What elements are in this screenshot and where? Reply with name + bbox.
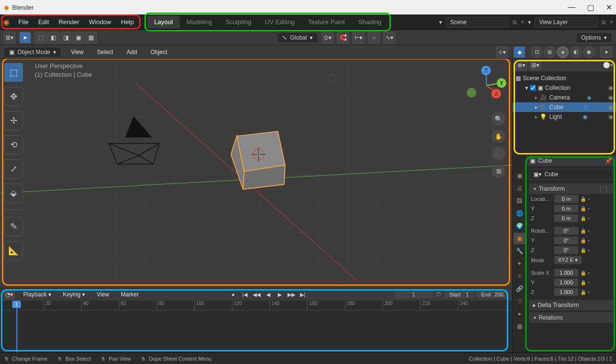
scene-field[interactable]: Scene (446, 17, 509, 28)
gizmo-toggle-icon[interactable]: ⊹▾ (496, 46, 508, 58)
scene-dropdown-icon[interactable]: ▾ (439, 19, 442, 26)
close-icon[interactable]: ✕ (606, 3, 612, 12)
rotation-x-field[interactable]: 0° (554, 227, 578, 235)
tab-object-props[interactable]: ▣ (514, 233, 525, 244)
tab-render-props[interactable]: ▣ (514, 170, 525, 182)
rotation-z-field[interactable]: 0° (554, 246, 578, 254)
ortho-toggle-icon[interactable]: ⊞ (492, 164, 505, 178)
menu-edit[interactable]: Edit (33, 16, 54, 28)
jump-start-icon[interactable]: |◀ (240, 290, 250, 299)
next-key-icon[interactable]: ▶▶ (287, 290, 296, 299)
tab-constraint-props[interactable]: 🔗 (514, 283, 525, 294)
rotation-mode-dropdown[interactable]: XYZ E ▾ (554, 256, 582, 264)
zoom-icon[interactable]: 🔍 (492, 112, 505, 126)
timeline-view[interactable]: View (94, 290, 112, 299)
scale-z-field[interactable]: 1.000 (554, 288, 578, 296)
select-mode-2-icon[interactable]: ◧ (47, 32, 59, 43)
tab-output-props[interactable]: 🖨 (514, 182, 525, 194)
minimize-icon[interactable]: — (568, 3, 575, 12)
select-mode-3-icon[interactable]: ◨ (60, 32, 72, 43)
tab-layout[interactable]: Layout (147, 15, 180, 28)
pan-icon[interactable]: ✋ (492, 129, 505, 143)
viewlayer-field[interactable]: View Layer (535, 17, 598, 28)
solid-icon[interactable]: ● (557, 46, 569, 58)
cursor-tool-icon[interactable]: ➤ (19, 32, 31, 43)
move-tool[interactable]: ✢ (4, 111, 23, 130)
viewport-3d[interactable]: User Perspective (1) Collection | Cube ⬚… (0, 59, 512, 288)
wireframe-icon[interactable]: ◍ (544, 46, 556, 58)
chevron-right-icon[interactable]: ▸ (535, 104, 538, 111)
tree-cube[interactable]: ▸ ▽ Cube ▽ ◉ (513, 102, 616, 112)
lock-icon[interactable]: 🔒 (580, 248, 586, 253)
chevron-right-icon[interactable]: ▸ (535, 113, 538, 120)
tab-sculpting[interactable]: Sculpting (219, 15, 258, 28)
camera-glyph[interactable] (109, 117, 159, 164)
tree-scene-collection[interactable]: ▦ Scene Collection (513, 73, 616, 83)
tab-modifier-props[interactable]: 🔧 (514, 245, 525, 257)
axis-gizmo[interactable]: Z Y X (470, 69, 503, 102)
lock-icon[interactable]: 🔒 (580, 196, 586, 202)
overlay-toggle-icon[interactable]: ◈ (514, 46, 525, 58)
lock-icon[interactable]: 🔒 (580, 280, 586, 285)
collection-checkbox[interactable] (530, 85, 536, 91)
timeline-editor-icon[interactable]: ◔▾ (4, 290, 14, 299)
menu-select[interactable]: Select (93, 47, 117, 57)
tree-light[interactable]: ▸ 💡 Light ◉ ◉ (513, 112, 616, 122)
camera-view-icon[interactable]: 🎥 (492, 147, 505, 160)
eye-icon[interactable]: ◉ (608, 94, 613, 101)
tab-physics-props[interactable]: ⚛ (514, 270, 525, 282)
menu-window[interactable]: Window (84, 16, 116, 28)
lock-icon[interactable]: 🔒 (580, 206, 586, 211)
lock-icon[interactable]: 🔒 (580, 228, 586, 234)
tab-shading[interactable]: Shading (352, 15, 388, 28)
jump-end-icon[interactable]: ▶| (298, 290, 308, 299)
lock-icon[interactable]: 🔒 (580, 270, 586, 276)
tab-scene-props[interactable]: 🌐 (514, 208, 525, 219)
annotate-tool[interactable]: ✎ (4, 217, 23, 236)
end-frame-field[interactable]: End250 (476, 291, 508, 298)
tab-particle-props[interactable]: ✦ (514, 258, 525, 269)
material-icon[interactable]: ◐ (570, 46, 582, 58)
rendered-icon[interactable]: ◉ (583, 46, 595, 58)
select-box-tool[interactable]: ⬚ (4, 63, 23, 82)
eye-icon[interactable]: ◉ (608, 113, 613, 120)
cube-glyph[interactable] (231, 131, 285, 189)
start-frame-field[interactable]: Start1 (444, 291, 473, 298)
tab-material-props[interactable]: ● (514, 308, 525, 320)
orientation-dropdown[interactable]: ⤡ Global ▾ (277, 32, 318, 43)
tab-texturepaint[interactable]: Texture Paint (301, 15, 352, 28)
tab-texture-props[interactable]: ▩ (514, 321, 525, 332)
object-name-field[interactable]: ▣▾ Cube (529, 169, 613, 180)
chevron-down-icon[interactable]: ▾ (525, 84, 528, 91)
scale-tool[interactable]: ⤢ (4, 159, 23, 179)
tab-uvediting[interactable]: UV Editing (258, 15, 301, 28)
delta-transform-header[interactable]: ▶ Delta Transform (529, 300, 613, 310)
relations-header[interactable]: ▼ Relations (529, 312, 613, 323)
menu-add[interactable]: Add (123, 47, 141, 57)
snap-mode-icon[interactable]: ⊢▾ (353, 32, 364, 43)
menu-render[interactable]: Render (54, 16, 84, 28)
proportional-icon[interactable]: ○ (368, 32, 380, 43)
timeline-playback[interactable]: Playback ▾ (20, 290, 54, 299)
panel-menu-icon[interactable]: ⋮⋮ (598, 185, 609, 192)
select-mode-4-icon[interactable]: ▣ (72, 32, 84, 43)
eye-icon[interactable]: ◉ (608, 84, 613, 91)
filter-icon[interactable]: ⚪▾ (603, 62, 613, 69)
lock-icon[interactable]: 🔒 (580, 290, 586, 295)
eye-icon[interactable]: ◉ (608, 104, 613, 111)
editor-type-icon[interactable]: ⊞▾ (4, 32, 15, 43)
menu-file[interactable]: File (14, 16, 33, 28)
tree-camera[interactable]: ▸ 🎥 Camera ◈ ◉ (513, 93, 616, 102)
autokey-icon[interactable]: ● (229, 290, 238, 299)
shading-options-icon[interactable]: ▾ (601, 46, 612, 58)
timeline-track[interactable]: 20406080100120140160180200220240 1 (0, 301, 512, 352)
scale-y-field[interactable]: 1.000 (554, 279, 578, 286)
clock-icon[interactable]: ⏱ (436, 291, 442, 298)
lock-icon[interactable]: 🔒 (580, 238, 586, 243)
copy-scene-icon[interactable]: ⧉ (513, 19, 517, 26)
tab-mesh-props[interactable]: ▽ (514, 295, 525, 307)
scale-x-field[interactable]: 1.000 (554, 269, 578, 277)
timeline-keying[interactable]: Keying ▾ (60, 290, 88, 299)
playhead[interactable]: 1 (12, 301, 21, 308)
render-icon[interactable]: ◈ (587, 94, 591, 101)
